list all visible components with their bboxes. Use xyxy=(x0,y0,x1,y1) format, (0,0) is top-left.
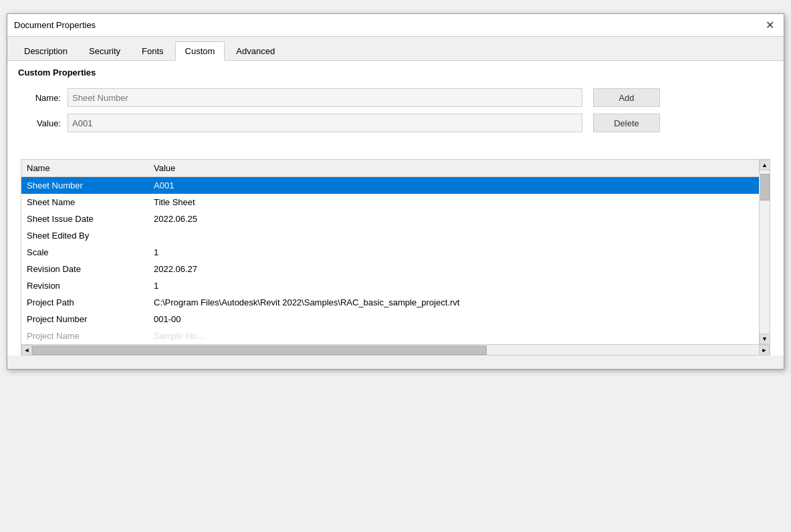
scroll-track xyxy=(760,170,770,334)
cell-value: A001 xyxy=(148,177,759,194)
scroll-left-button[interactable]: ◄ xyxy=(21,345,32,356)
table-row[interactable]: Sheet Edited By xyxy=(21,227,759,244)
cell-value: 2022.06.25 xyxy=(148,211,759,227)
dialog-window: Document Properties ✕ Description Securi… xyxy=(7,13,784,370)
cell-value: 1 xyxy=(148,277,759,294)
cell-value: 2022.06.27 xyxy=(148,261,759,277)
value-row: Value: Delete xyxy=(21,114,770,132)
form-area: Name: Add Value: Delete xyxy=(7,83,784,152)
name-row: Name: Add xyxy=(21,88,770,107)
cell-name: Project Number xyxy=(21,311,148,327)
value-label: Value: xyxy=(21,118,61,128)
cell-name: Sheet Edited By xyxy=(21,227,148,244)
close-button[interactable]: ✕ xyxy=(762,18,777,33)
name-input[interactable] xyxy=(68,88,582,107)
h-scroll-track xyxy=(32,346,759,355)
table-wrapper: Name Value Sheet NumberA001Sheet NameTit… xyxy=(21,160,770,344)
tab-bar: Description Security Fonts Custom Advanc… xyxy=(7,37,784,61)
table-row[interactable]: Sheet Issue Date2022.06.25 xyxy=(21,211,759,227)
title-bar: Document Properties ✕ xyxy=(7,14,784,37)
value-input[interactable] xyxy=(68,114,582,132)
tab-description[interactable]: Description xyxy=(14,41,78,60)
table-row[interactable]: Revision Date2022.06.27 xyxy=(21,261,759,277)
scroll-right-button[interactable]: ► xyxy=(759,345,770,356)
cell-value xyxy=(148,227,759,244)
cell-value: Sample Ho... xyxy=(148,327,759,344)
cell-name: Revision xyxy=(21,277,148,294)
table-header-row: Name Value xyxy=(21,160,759,177)
cell-name: Sheet Name xyxy=(21,194,148,211)
dialog-content: Custom Properties Name: Add Value: Delet… xyxy=(7,61,784,356)
cell-name: Project Name xyxy=(21,327,148,344)
delete-button[interactable]: Delete xyxy=(593,114,660,132)
cell-name: Sheet Number xyxy=(21,177,148,194)
cell-name: Project Path xyxy=(21,294,148,311)
cell-value: 001-00 xyxy=(148,311,759,327)
table-row[interactable]: Scale1 xyxy=(21,244,759,261)
vertical-scrollbar[interactable]: ▲ ▼ xyxy=(759,160,770,344)
table-inner: Name Value Sheet NumberA001Sheet NameTit… xyxy=(21,160,759,344)
name-label: Name: xyxy=(21,93,61,103)
table-row[interactable]: Project Number001-00 xyxy=(21,311,759,327)
cell-name: Scale xyxy=(21,244,148,261)
data-table: Name Value Sheet NumberA001Sheet NameTit… xyxy=(21,160,759,344)
tab-custom[interactable]: Custom xyxy=(175,41,225,61)
scroll-up-button[interactable]: ▲ xyxy=(760,160,770,170)
col-name-header: Name xyxy=(21,160,148,177)
h-scroll-thumb[interactable] xyxy=(32,346,487,355)
cell-value: C:\Program Files\Autodesk\Revit 2022\Sam… xyxy=(148,294,759,311)
cell-value: Title Sheet xyxy=(148,194,759,211)
table-area: Name Value Sheet NumberA001Sheet NameTit… xyxy=(21,159,770,356)
cell-name: Revision Date xyxy=(21,261,148,277)
table-row[interactable]: Sheet NameTitle Sheet xyxy=(21,194,759,211)
table-row[interactable]: Project NameSample Ho... xyxy=(21,327,759,344)
tab-security[interactable]: Security xyxy=(79,41,130,60)
scroll-thumb[interactable] xyxy=(760,174,770,201)
tab-advanced[interactable]: Advanced xyxy=(226,41,285,60)
table-row[interactable]: Sheet NumberA001 xyxy=(21,177,759,194)
cell-name: Sheet Issue Date xyxy=(21,211,148,227)
col-value-header: Value xyxy=(148,160,759,177)
table-row[interactable]: Project PathC:\Program Files\Autodesk\Re… xyxy=(21,294,759,311)
scroll-down-button[interactable]: ▼ xyxy=(760,334,770,344)
horizontal-scrollbar[interactable]: ◄ ► xyxy=(21,344,770,355)
add-button[interactable]: Add xyxy=(593,88,660,107)
table-row[interactable]: Revision1 xyxy=(21,277,759,294)
section-header: Custom Properties xyxy=(7,61,784,83)
tab-fonts[interactable]: Fonts xyxy=(132,41,174,60)
cell-value: 1 xyxy=(148,244,759,261)
window-title: Document Properties xyxy=(14,20,96,30)
